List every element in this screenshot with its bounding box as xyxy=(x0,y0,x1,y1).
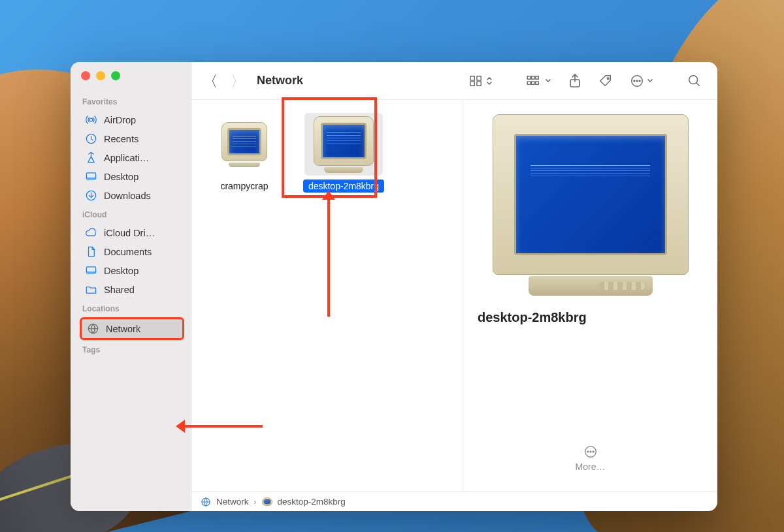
sidebar-item-label: Network xyxy=(106,324,140,334)
sidebar-section-tags: Tags xyxy=(82,345,184,354)
group-by-button[interactable] xyxy=(523,72,555,89)
applications-icon xyxy=(85,151,97,164)
action-menu-button[interactable] xyxy=(626,71,657,91)
content-area: crampycrap desktop-2m8kbrg deskt xyxy=(191,100,717,492)
computer-icon xyxy=(205,113,284,176)
sidebar-item-documents[interactable]: Documents xyxy=(80,242,184,261)
search-button[interactable] xyxy=(683,71,706,91)
svg-rect-15 xyxy=(536,81,539,84)
sidebar-item-label: Documents xyxy=(104,247,152,257)
sidebar-item-label: iCloud Dri… xyxy=(104,228,155,238)
chevron-right-icon: › xyxy=(254,497,257,507)
preview-more-label: More… xyxy=(576,462,606,472)
preview-item-name: desktop-2m8kbrg xyxy=(478,310,587,325)
sidebar-item-downloads[interactable]: Downloads xyxy=(80,186,184,205)
sidebar-item-desktop[interactable]: Desktop xyxy=(80,167,184,186)
svg-rect-12 xyxy=(536,76,539,79)
computer-icon xyxy=(304,113,383,176)
sidebar-item-label: AirDrop xyxy=(104,115,136,125)
share-button[interactable] xyxy=(564,71,585,91)
document-icon xyxy=(85,245,97,258)
computer-icon xyxy=(262,497,272,507)
window-controls xyxy=(81,71,184,80)
toolbar: 〈 〉 Network xyxy=(191,62,717,100)
sidebar-item-label: Desktop xyxy=(104,172,139,182)
desktop-icon xyxy=(85,170,97,183)
item-label: desktop-2m8kbrg xyxy=(303,180,384,193)
sidebar-item-applications[interactable]: Applicati… xyxy=(80,148,184,167)
preview-more-button[interactable]: More… xyxy=(576,445,606,472)
globe-icon xyxy=(87,322,99,335)
sidebar-section-locations: Locations xyxy=(82,304,184,313)
sidebar-item-label: Applicati… xyxy=(104,153,149,163)
nav-arrows: 〈 〉 xyxy=(203,73,245,89)
back-button[interactable]: 〈 xyxy=(203,73,218,89)
zoom-window-button[interactable] xyxy=(111,71,120,80)
sidebar-item-label: Downloads xyxy=(104,191,151,201)
downloads-icon xyxy=(85,189,97,202)
network-computer-item-selected[interactable]: desktop-2m8kbrg xyxy=(300,113,387,193)
sidebar-item-network[interactable]: Network xyxy=(80,317,184,340)
finder-window: Favorites AirDrop Recents Applicati… Des… xyxy=(71,62,717,511)
sidebar-item-recents[interactable]: Recents xyxy=(80,129,184,148)
sidebar-section-favorites: Favorites xyxy=(82,97,184,106)
sidebar-item-shared[interactable]: Shared xyxy=(80,280,184,299)
preview-pane: desktop-2m8kbrg More… xyxy=(463,100,717,492)
preview-computer-icon xyxy=(493,114,689,296)
sidebar-item-airdrop[interactable]: AirDrop xyxy=(80,110,184,129)
svg-point-19 xyxy=(634,80,635,82)
svg-point-24 xyxy=(587,451,588,452)
svg-rect-14 xyxy=(532,81,535,84)
svg-rect-10 xyxy=(527,76,531,79)
svg-rect-6 xyxy=(470,76,474,80)
tags-button[interactable] xyxy=(595,71,617,91)
svg-point-25 xyxy=(590,451,591,452)
clock-icon xyxy=(85,133,97,145)
window-title: Network xyxy=(257,74,303,87)
pathbar-root[interactable]: Network xyxy=(216,497,249,507)
svg-point-21 xyxy=(639,80,640,82)
airdrop-icon xyxy=(85,114,97,126)
pathbar-leaf[interactable]: desktop-2m8kbrg xyxy=(278,497,346,507)
globe-icon xyxy=(201,497,211,507)
path-bar[interactable]: Network › desktop-2m8kbrg xyxy=(191,492,717,511)
sidebar-item-label: Shared xyxy=(104,285,135,295)
close-window-button[interactable] xyxy=(81,71,90,80)
icon-grid[interactable]: crampycrap desktop-2m8kbrg xyxy=(191,100,463,492)
sidebar-item-icloud-drive[interactable]: iCloud Dri… xyxy=(80,223,184,242)
desktop-icon xyxy=(85,264,97,277)
svg-rect-11 xyxy=(532,76,535,79)
view-mode-button[interactable] xyxy=(465,72,497,89)
sidebar-section-icloud: iCloud xyxy=(82,210,184,219)
svg-point-0 xyxy=(90,118,93,121)
minimize-window-button[interactable] xyxy=(96,71,105,80)
svg-point-17 xyxy=(607,77,609,79)
svg-rect-7 xyxy=(477,76,481,80)
sidebar-item-label: Desktop xyxy=(104,266,139,276)
main-pane: 〈 〉 Network xyxy=(191,62,717,511)
svg-rect-13 xyxy=(527,81,531,84)
svg-rect-9 xyxy=(477,81,481,85)
svg-rect-8 xyxy=(470,81,474,85)
network-computer-item[interactable]: crampycrap xyxy=(201,113,288,193)
cloud-icon xyxy=(85,227,97,239)
annotation-arrow-to-item xyxy=(327,199,330,317)
forward-button[interactable]: 〉 xyxy=(231,73,245,89)
svg-point-26 xyxy=(593,451,594,452)
item-label: crampycrap xyxy=(215,180,273,193)
svg-point-20 xyxy=(636,80,638,82)
sidebar-item-desktop-icloud[interactable]: Desktop xyxy=(80,261,184,280)
sidebar: Favorites AirDrop Recents Applicati… Des… xyxy=(71,62,191,511)
sidebar-item-label: Recents xyxy=(104,134,139,144)
shared-folder-icon xyxy=(85,283,97,296)
